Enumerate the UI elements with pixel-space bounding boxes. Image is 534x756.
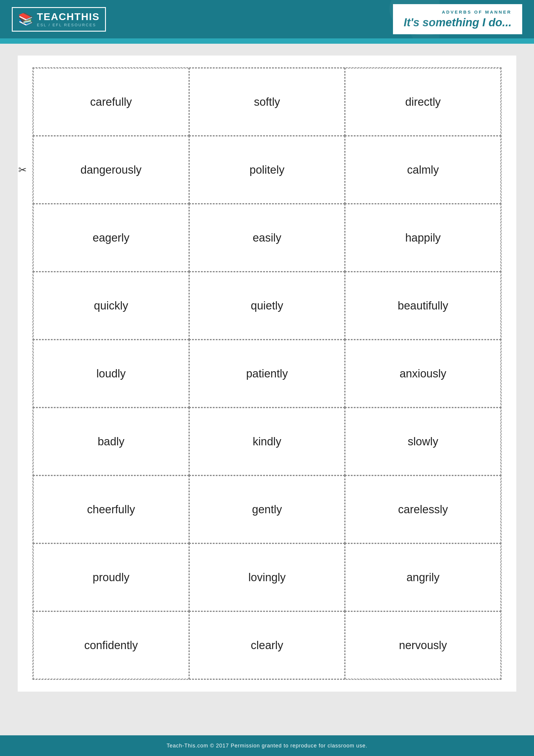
- word-cell: lovingly: [189, 543, 345, 611]
- logo-box: 📚 TEACHTHIS ESL / EFL RESOURCES: [12, 7, 106, 32]
- page-header: 📚 TEACHTHIS ESL / EFL RESOURCES ADVERBS …: [0, 0, 534, 39]
- word-cell: eagerly: [33, 204, 189, 272]
- word-cell: politely: [189, 136, 345, 204]
- word-cell: quietly: [189, 272, 345, 339]
- word-cell: proudly: [33, 543, 189, 611]
- word-cell: gently: [189, 475, 345, 543]
- logo-sub-text: ESL / EFL RESOURCES: [37, 23, 96, 27]
- word-cell: angrily: [345, 543, 501, 611]
- word-cell: slowly: [345, 408, 501, 475]
- logo-main-text: TEACHTHIS: [37, 12, 100, 21]
- word-cell: quickly: [33, 272, 189, 339]
- word-cell: happily: [345, 204, 501, 272]
- word-cell: anxiously: [345, 339, 501, 408]
- book-icon: 📚: [18, 13, 33, 25]
- word-cell: nervously: [345, 611, 501, 679]
- word-cell: confidently: [33, 611, 189, 679]
- word-cell: clearly: [189, 611, 345, 679]
- word-cell: kindly: [189, 408, 345, 475]
- word-cell: carefully: [33, 68, 189, 136]
- word-cell: calmly: [345, 136, 501, 204]
- word-cell: loudly: [33, 339, 189, 408]
- word-cell: directly: [345, 68, 501, 136]
- word-cell: beautifully: [345, 272, 501, 339]
- word-cell: cheerfully: [33, 475, 189, 543]
- word-cell: softly: [189, 68, 345, 136]
- word-cell: ✂ dangerously: [33, 136, 189, 204]
- word-grid: carefully softly directly ✂ dangerously …: [33, 67, 501, 680]
- page-footer: Teach-This.com © 2017 Permission granted…: [0, 735, 534, 756]
- teal-stripe: [0, 39, 534, 44]
- word-cell: patiently: [189, 339, 345, 408]
- word-cell: carelessly: [345, 475, 501, 543]
- word-cell: easily: [189, 204, 345, 272]
- footer-text: Teach-This.com © 2017 Permission granted…: [167, 743, 368, 749]
- scissors-icon: ✂: [18, 164, 27, 176]
- word-cell: badly: [33, 408, 189, 475]
- main-content: carefully softly directly ✂ dangerously …: [18, 56, 516, 691]
